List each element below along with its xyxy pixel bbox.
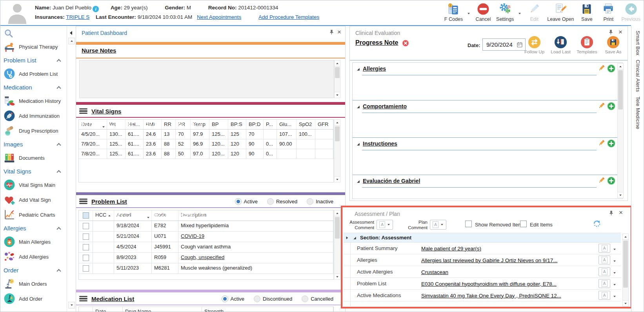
assessment-row-allergies[interactable]: AllergiesAllergies last reviewed by Gabi… bbox=[344, 254, 621, 266]
toolbar-button-edit[interactable]: Edit bbox=[526, 2, 543, 22]
pin-icon[interactable] bbox=[609, 210, 614, 216]
assessment-section-row[interactable]: Section: Assessment bbox=[344, 233, 621, 243]
sidebar-item-add-vital-sign[interactable]: Add Vital Sign bbox=[0, 192, 67, 207]
vital-signs-title[interactable]: Vital Signs bbox=[91, 108, 121, 115]
sidebar-item-add-problem-list[interactable]: Add Problem List bbox=[0, 66, 67, 81]
scroll-thumb[interactable] bbox=[623, 241, 628, 288]
assessment-row-active-medications[interactable]: Active MedicationsSimvastatin 40 mg Take… bbox=[344, 290, 621, 301]
assessment-comment-format-button[interactable]: A bbox=[377, 220, 393, 230]
collapse-chevron-icon[interactable] bbox=[56, 143, 61, 147]
sidebar-item-medication-history[interactable]: Medication History bbox=[0, 93, 67, 108]
assessment-value-link[interactable]: Simvastatin 40 mg Take One Every Day , P… bbox=[421, 293, 561, 299]
note-sections-scrollbar[interactable] bbox=[617, 63, 624, 198]
pin-icon[interactable] bbox=[329, 29, 334, 35]
assessment-value-link[interactable]: Allergies last reviewed by Gabirle J Ort… bbox=[421, 257, 557, 263]
nurse-notes-title[interactable]: Nurse Notes bbox=[82, 47, 116, 54]
toolbar-button-print[interactable]: Print bbox=[600, 2, 617, 22]
collapse-chevron-icon[interactable] bbox=[56, 86, 61, 90]
add-plus-icon[interactable] bbox=[607, 177, 615, 185]
toolbar-button-settings[interactable]: Settings bbox=[496, 2, 514, 22]
row-dropdown-caret[interactable] bbox=[613, 292, 616, 299]
scroll-up-button[interactable] bbox=[618, 64, 623, 69]
sidebar-section-allergies[interactable]: Allergies bbox=[0, 222, 67, 234]
edit-pencil-icon[interactable] bbox=[598, 177, 605, 184]
problem-list-title[interactable]: Problem List bbox=[91, 198, 127, 205]
sidebar-item-add-order[interactable]: Add Order bbox=[0, 291, 67, 306]
right-tab-smart-box[interactable]: Smart Box bbox=[635, 31, 641, 55]
right-tab-tele-medicine[interactable]: Tele Medicine bbox=[635, 97, 641, 129]
toolbar-button-save[interactable]: Save bbox=[578, 2, 595, 22]
toolbar-dropdown-caret-f-codes[interactable] bbox=[467, 9, 470, 16]
edit-pencil-icon[interactable] bbox=[598, 139, 605, 147]
radio-resolved[interactable]: Resolved bbox=[267, 198, 297, 205]
add-plus-icon[interactable] bbox=[607, 139, 615, 148]
scroll-up-button[interactable] bbox=[623, 234, 628, 240]
collapse-chevron-icon[interactable] bbox=[56, 59, 61, 63]
sidebar-item-drug-prescription[interactable]: Drug Prescription bbox=[0, 123, 67, 138]
section-collapse-icon[interactable] bbox=[357, 180, 359, 182]
toolbar-button-previous[interactable]: Previous bbox=[621, 2, 640, 22]
scroll-down-button[interactable] bbox=[335, 176, 340, 182]
radio-cancelled[interactable]: Cancelled bbox=[302, 296, 333, 302]
toolbar-button-f-codes[interactable]: 1F Codes bbox=[444, 2, 463, 22]
scroll-thumb[interactable] bbox=[335, 67, 340, 78]
text-format-button[interactable]: A bbox=[599, 244, 610, 253]
collapse-panel-arrow-icon[interactable] bbox=[70, 29, 72, 36]
toolbar-dropdown-caret-settings[interactable] bbox=[518, 9, 521, 16]
next-appointments-link[interactable]: Next Appointments bbox=[197, 14, 241, 20]
row-checkbox[interactable] bbox=[83, 244, 89, 250]
text-format-button[interactable]: A bbox=[599, 291, 610, 300]
sidebar-item-add-allergies[interactable]: Add Allergies bbox=[0, 249, 67, 264]
radio-discontinued[interactable]: Discontinued bbox=[254, 296, 292, 302]
scroll-thumb[interactable] bbox=[335, 126, 340, 141]
cell-description[interactable]: Cough, unspecified bbox=[178, 253, 333, 263]
note-section-title[interactable]: Instructiones bbox=[363, 140, 397, 147]
pin-icon[interactable] bbox=[608, 29, 613, 35]
sidebar-section-vital-signs[interactable]: Vital Signs bbox=[0, 165, 67, 177]
edit-pencil-icon[interactable] bbox=[598, 64, 605, 72]
sidebar-section-order[interactable]: Order bbox=[0, 264, 67, 276]
edit-pencil-icon[interactable] bbox=[598, 102, 605, 109]
splitter-scroll-down-button[interactable] bbox=[68, 302, 75, 308]
nurse-notes-textarea[interactable] bbox=[79, 60, 334, 98]
remove-note-icon[interactable] bbox=[402, 40, 409, 47]
row-checkbox[interactable] bbox=[83, 265, 89, 272]
sidebar-item-main-orders[interactable]: Main Orders bbox=[0, 276, 67, 291]
note-date-input[interactable]: 9/20/2024 bbox=[482, 38, 526, 51]
row-dropdown-caret[interactable] bbox=[613, 268, 616, 276]
edit-items-checkbox[interactable] bbox=[520, 221, 527, 227]
refresh-icon[interactable] bbox=[593, 219, 601, 228]
note-section-title[interactable]: Comportamiento bbox=[363, 103, 407, 109]
row-dropdown-caret[interactable] bbox=[613, 257, 616, 264]
scroll-up-button[interactable] bbox=[335, 210, 340, 216]
sidebar-item-vital-signs-main[interactable]: Vital Signs Main bbox=[0, 177, 67, 192]
radio-inactive[interactable]: Inactive bbox=[307, 198, 333, 205]
vital-signs-row[interactable]: 7/8/20...125...61....23.6885097.0120...1… bbox=[79, 149, 333, 159]
note-section-title[interactable]: Allergies bbox=[363, 66, 386, 72]
sidebar-item-main-allergies[interactable]: Main Allergies bbox=[0, 234, 67, 249]
note-section-title[interactable]: Evaluación de Gabriel bbox=[363, 178, 420, 184]
radio-active[interactable]: Active bbox=[235, 198, 258, 205]
menu-icon[interactable] bbox=[79, 197, 87, 205]
sidebar-item-add-immunization[interactable]: Add Immunization bbox=[0, 108, 67, 123]
scroll-up-button[interactable] bbox=[335, 60, 340, 66]
column-header-drug-name[interactable]: Drug Name bbox=[123, 307, 202, 312]
scroll-thumb[interactable] bbox=[618, 70, 623, 109]
sidebar-section-images[interactable]: Images bbox=[0, 138, 67, 150]
text-format-button[interactable]: A bbox=[599, 255, 610, 265]
vital-signs-row[interactable]: 7/9/20...125...61....23.6885296.9120...1… bbox=[79, 139, 333, 149]
scroll-down-button[interactable] bbox=[623, 300, 628, 306]
add-plus-icon[interactable] bbox=[607, 102, 615, 110]
row-checkbox[interactable] bbox=[83, 223, 89, 229]
section-collapse-icon[interactable] bbox=[357, 106, 359, 108]
assessment-scrollbar[interactable] bbox=[622, 234, 629, 307]
problem-list-row[interactable]: 4/5/2024J45991Cough variant asthma bbox=[79, 242, 333, 253]
plan-comment-format-button[interactable]: A bbox=[430, 220, 446, 230]
add-procedure-templates-link[interactable]: Add Procedure Templates bbox=[258, 14, 319, 20]
toolbar-button-cancel[interactable]: Cancel bbox=[475, 2, 492, 22]
sidebar-item-documents[interactable]: Documents bbox=[0, 150, 67, 165]
section-collapse-icon[interactable] bbox=[357, 68, 359, 70]
scroll-down-button[interactable] bbox=[335, 92, 340, 98]
sidebar-item-partial[interactable] bbox=[0, 306, 67, 312]
assessment-row-problem-list[interactable]: Problem ListE030 Congenital hypothyroidi… bbox=[344, 278, 621, 290]
